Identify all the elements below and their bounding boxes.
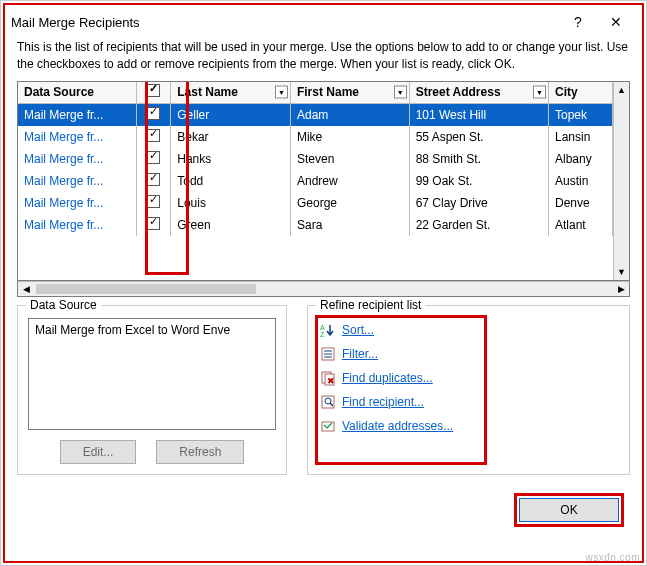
cell-last-name: Geller xyxy=(171,104,291,126)
column-header-first-name[interactable]: First Name ▼ xyxy=(290,82,409,104)
find-duplicates-link-row[interactable]: ✖ Find duplicates... xyxy=(318,366,619,390)
recipients-table: Data Source Last Name ▼ First Name ▼ xyxy=(18,82,613,236)
column-header-street-address[interactable]: Street Address ▼ xyxy=(409,82,548,104)
row-checkbox[interactable] xyxy=(147,173,160,186)
validate-addresses-link[interactable]: Validate addresses... xyxy=(342,419,453,433)
scroll-right-icon[interactable]: ▶ xyxy=(613,282,629,296)
header-label: City xyxy=(555,85,578,99)
cell-data-source: Mail Merge fr... xyxy=(18,214,137,236)
cell-data-source: Mail Merge fr... xyxy=(18,126,137,148)
header-label: Last Name xyxy=(177,85,238,99)
recipients-table-container: Data Source Last Name ▼ First Name ▼ xyxy=(17,81,630,281)
cell-city: Atlant xyxy=(548,214,612,236)
edit-button[interactable]: Edit... xyxy=(60,440,137,464)
find-recipient-link-row[interactable]: Find recipient... xyxy=(318,390,619,414)
cell-city: Denve xyxy=(548,192,612,214)
data-source-list[interactable]: Mail Merge from Excel to Word Enve xyxy=(28,318,276,430)
cell-street-address: 99 Oak St. xyxy=(409,170,548,192)
table-row[interactable]: Mail Merge fr...HanksSteven88 Smith St.A… xyxy=(18,148,613,170)
row-checkbox[interactable] xyxy=(147,217,160,230)
cell-first-name: George xyxy=(290,192,409,214)
row-checkbox[interactable] xyxy=(147,195,160,208)
horizontal-scrollbar[interactable]: ◀ ▶ xyxy=(17,281,630,297)
close-button[interactable]: ✕ xyxy=(598,11,634,33)
svg-text:✖: ✖ xyxy=(327,376,335,386)
scroll-down-icon[interactable]: ▼ xyxy=(614,264,629,280)
refresh-button[interactable]: Refresh xyxy=(156,440,244,464)
column-header-city[interactable]: City xyxy=(548,82,612,104)
cell-city: Albany xyxy=(548,148,612,170)
cell-street-address: 22 Garden St. xyxy=(409,214,548,236)
refine-recipient-list-group: Refine recipient list AZ Sort... Filter.… xyxy=(307,305,630,475)
filter-link[interactable]: Filter... xyxy=(342,347,378,361)
cell-data-source: Mail Merge fr... xyxy=(18,170,137,192)
header-label: First Name xyxy=(297,85,359,99)
cell-street-address: 55 Aspen St. xyxy=(409,126,548,148)
duplicates-icon: ✖ xyxy=(320,370,336,386)
find-duplicates-link[interactable]: Find duplicates... xyxy=(342,371,433,385)
cell-checkbox[interactable] xyxy=(137,214,171,236)
cell-first-name: Mike xyxy=(290,126,409,148)
cell-checkbox[interactable] xyxy=(137,170,171,192)
instructions-text: This is the list of recipients that will… xyxy=(5,39,642,81)
header-label: Street Address xyxy=(416,85,501,99)
ok-button[interactable]: OK xyxy=(519,498,619,522)
table-row[interactable]: Mail Merge fr...GreenSara22 Garden St.At… xyxy=(18,214,613,236)
cell-checkbox[interactable] xyxy=(137,148,171,170)
cell-first-name: Steven xyxy=(290,148,409,170)
mail-merge-recipients-dialog: Mail Merge Recipients ? ✕ This is the li… xyxy=(0,0,647,566)
dropdown-icon[interactable]: ▼ xyxy=(394,86,407,99)
cell-checkbox[interactable] xyxy=(137,126,171,148)
cell-first-name: Sara xyxy=(290,214,409,236)
table-row[interactable]: Mail Merge fr...BekarMike55 Aspen St.Lan… xyxy=(18,126,613,148)
cell-last-name: Green xyxy=(171,214,291,236)
validate-addresses-link-row[interactable]: Validate addresses... xyxy=(318,414,619,438)
scroll-up-icon[interactable]: ▲ xyxy=(614,82,629,98)
cell-last-name: Louis xyxy=(171,192,291,214)
table-row[interactable]: Mail Merge fr...LouisGeorge67 Clay Drive… xyxy=(18,192,613,214)
column-header-last-name[interactable]: Last Name ▼ xyxy=(171,82,291,104)
sort-icon: AZ xyxy=(320,322,336,338)
cell-first-name: Adam xyxy=(290,104,409,126)
highlight-ok-button: OK xyxy=(514,493,624,527)
dropdown-icon[interactable]: ▼ xyxy=(533,86,546,99)
find-recipient-link[interactable]: Find recipient... xyxy=(342,395,424,409)
refine-label: Refine recipient list xyxy=(316,298,425,312)
svg-text:A: A xyxy=(320,324,325,331)
cell-city: Austin xyxy=(548,170,612,192)
data-source-label: Data Source xyxy=(26,298,101,312)
help-button[interactable]: ? xyxy=(560,11,596,33)
table-row[interactable]: Mail Merge fr...GellerAdam101 West HillT… xyxy=(18,104,613,126)
data-source-item[interactable]: Mail Merge from Excel to Word Enve xyxy=(35,323,269,337)
svg-line-11 xyxy=(330,403,333,406)
row-checkbox[interactable] xyxy=(147,151,160,164)
dialog-title: Mail Merge Recipients xyxy=(11,15,558,30)
filter-icon xyxy=(320,346,336,362)
sort-link-row[interactable]: AZ Sort... xyxy=(318,318,619,342)
scroll-left-icon[interactable]: ◀ xyxy=(18,282,34,296)
vertical-scrollbar[interactable]: ▲ ▼ xyxy=(613,82,629,280)
cell-street-address: 67 Clay Drive xyxy=(409,192,548,214)
svg-text:Z: Z xyxy=(320,331,325,338)
titlebar: Mail Merge Recipients ? ✕ xyxy=(5,5,642,39)
scroll-thumb[interactable] xyxy=(36,284,256,294)
find-recipient-icon xyxy=(320,394,336,410)
row-checkbox[interactable] xyxy=(147,129,160,142)
sort-link[interactable]: Sort... xyxy=(342,323,374,337)
column-header-checkbox[interactable] xyxy=(137,82,171,104)
select-all-checkbox[interactable] xyxy=(147,84,160,97)
highlight-outer: Mail Merge Recipients ? ✕ This is the li… xyxy=(3,3,644,563)
cell-data-source: Mail Merge fr... xyxy=(18,148,137,170)
dropdown-icon[interactable]: ▼ xyxy=(275,86,288,99)
filter-link-row[interactable]: Filter... xyxy=(318,342,619,366)
cell-last-name: Hanks xyxy=(171,148,291,170)
dialog-footer: OK xyxy=(5,475,642,537)
cell-street-address: 88 Smith St. xyxy=(409,148,548,170)
cell-checkbox[interactable] xyxy=(137,192,171,214)
cell-first-name: Andrew xyxy=(290,170,409,192)
cell-last-name: Todd xyxy=(171,170,291,192)
column-header-data-source[interactable]: Data Source xyxy=(18,82,137,104)
cell-checkbox[interactable] xyxy=(137,104,171,126)
table-row[interactable]: Mail Merge fr...ToddAndrew99 Oak St.Aust… xyxy=(18,170,613,192)
row-checkbox[interactable] xyxy=(147,107,160,120)
